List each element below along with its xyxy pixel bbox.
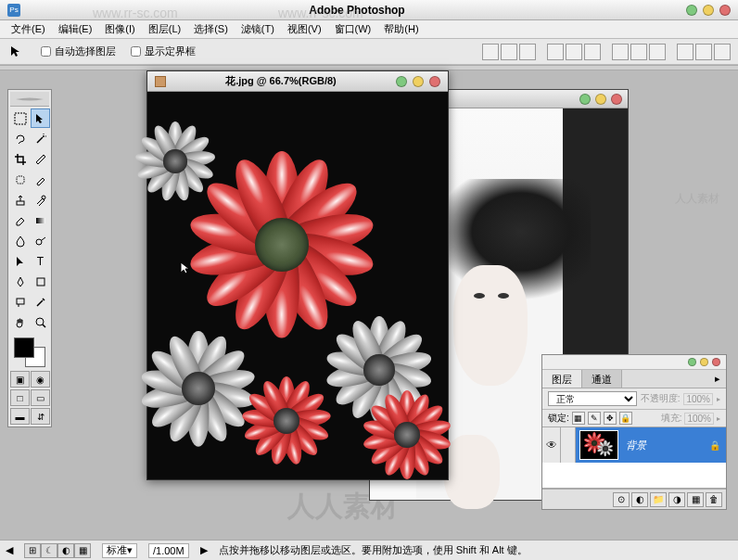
document-window-flower[interactable]: 花.jpg @ 66.7%(RGB/8): [146, 70, 449, 480]
new-layer-icon[interactable]: ▦: [687, 492, 704, 507]
notes-tool-icon[interactable]: [10, 292, 30, 312]
hand-tool-icon[interactable]: [10, 312, 30, 332]
zoom-tool-icon[interactable]: [31, 312, 50, 332]
doc-minimize-icon[interactable]: [396, 76, 407, 87]
delete-layer-icon[interactable]: 🗑: [706, 492, 722, 507]
slice-tool-icon[interactable]: [31, 149, 50, 169]
standard-mode-icon[interactable]: ▣: [10, 371, 30, 388]
clone-stamp-tool-icon[interactable]: [10, 190, 30, 210]
type-tool-icon[interactable]: T: [31, 251, 50, 271]
pen-tool-icon[interactable]: [10, 272, 30, 291]
distribute-vcenter-icon[interactable]: [630, 44, 647, 60]
sb-tab-icon[interactable]: ☾: [41, 543, 57, 558]
magic-wand-tool-icon[interactable]: [31, 129, 50, 148]
align-top-icon[interactable]: [482, 44, 499, 60]
quickmask-mode-icon[interactable]: ◉: [31, 371, 50, 388]
layer-name[interactable]: 背景: [622, 439, 709, 452]
opacity-arrow-icon[interactable]: ▸: [717, 395, 720, 403]
auto-select-checkbox-input[interactable]: [41, 46, 51, 57]
move-tool-icon[interactable]: [31, 108, 50, 128]
panel-menu-icon[interactable]: ▸: [709, 370, 726, 388]
show-bounds-checkbox[interactable]: 显示定界框: [131, 45, 196, 58]
sb-nav-icon[interactable]: ◀: [6, 544, 13, 556]
lock-position-icon[interactable]: ✥: [604, 412, 617, 425]
sb-play-icon[interactable]: ▶: [200, 544, 208, 556]
panel-close-icon[interactable]: [712, 358, 720, 366]
lasso-tool-icon[interactable]: [10, 129, 30, 148]
eraser-tool-icon[interactable]: [10, 210, 30, 230]
dodge-tool-icon[interactable]: [31, 231, 50, 250]
tab-channels[interactable]: 通道: [582, 370, 622, 388]
marquee-tool-icon[interactable]: [10, 108, 30, 128]
flower-doc-titlebar[interactable]: 花.jpg @ 66.7%(RGB/8): [147, 71, 448, 92]
fill-value[interactable]: 100%: [684, 413, 714, 425]
blend-mode-select[interactable]: 正常: [548, 391, 637, 406]
menu-image[interactable]: 图像(I): [99, 20, 140, 38]
sb-tab-icon[interactable]: ▦: [74, 543, 91, 558]
menu-filter[interactable]: 滤镜(T): [235, 20, 280, 38]
layer-mask-icon[interactable]: ◐: [631, 492, 648, 507]
lock-all-icon[interactable]: 🔒: [619, 412, 632, 425]
lock-pixels-icon[interactable]: ✎: [588, 412, 601, 425]
minimize-button[interactable]: [686, 5, 697, 16]
sb-tab-icon[interactable]: ⊞: [24, 543, 41, 558]
opacity-value[interactable]: 100%: [683, 393, 713, 405]
layer-thumbnail[interactable]: [579, 430, 618, 460]
blur-tool-icon[interactable]: [10, 231, 30, 250]
visibility-toggle-icon[interactable]: 👁: [542, 427, 561, 463]
panel-titlebar[interactable]: [542, 355, 726, 370]
layer-row[interactable]: 👁 背景 🔒: [542, 427, 726, 463]
gradient-tool-icon[interactable]: [31, 210, 50, 230]
close-button[interactable]: [719, 5, 731, 16]
distribute-left-icon[interactable]: [677, 44, 693, 60]
align-left-icon[interactable]: [547, 44, 564, 60]
menu-edit[interactable]: 编辑(E): [53, 20, 98, 38]
screen-full-icon[interactable]: ▬: [10, 408, 30, 425]
docsize-field[interactable]: /1.00M: [148, 543, 189, 558]
distribute-hcenter-icon[interactable]: [695, 44, 712, 60]
menu-layer[interactable]: 图层(L): [143, 20, 186, 38]
distribute-bottom-icon[interactable]: [649, 44, 666, 60]
adjustment-layer-icon[interactable]: ◑: [668, 492, 685, 507]
doc-maximize-icon[interactable]: [413, 76, 424, 87]
sb-tab-icon[interactable]: ◐: [57, 543, 74, 558]
path-select-tool-icon[interactable]: [10, 251, 30, 271]
doc-close-icon[interactable]: [429, 76, 440, 87]
fill-arrow-icon[interactable]: ▸: [717, 414, 720, 423]
new-set-icon[interactable]: 📁: [650, 492, 667, 507]
crop-tool-icon[interactable]: [10, 149, 30, 169]
panel-max-icon[interactable]: [700, 358, 708, 366]
panel-min-icon[interactable]: [688, 358, 696, 366]
menu-window[interactable]: 窗口(W): [329, 20, 377, 38]
zoom-field[interactable]: 标准 ▾: [102, 543, 137, 558]
layer-style-icon[interactable]: ⊙: [613, 492, 630, 507]
healing-brush-tool-icon[interactable]: [10, 170, 30, 189]
auto-select-layer-checkbox[interactable]: 自动选择图层: [41, 45, 116, 58]
menu-select[interactable]: 选择(S): [188, 20, 234, 38]
foreground-color-swatch[interactable]: [14, 337, 34, 358]
doc-minimize-icon[interactable]: [579, 94, 591, 105]
tab-layers[interactable]: 图层: [542, 370, 582, 388]
align-vcenter-icon[interactable]: [501, 44, 517, 60]
lock-transparent-icon[interactable]: ▦: [572, 412, 585, 425]
eyedropper-tool-icon[interactable]: [31, 292, 50, 312]
align-bottom-icon[interactable]: [519, 44, 536, 60]
distribute-right-icon[interactable]: [714, 44, 731, 60]
jump-to-icon[interactable]: ⇵: [31, 408, 50, 425]
distribute-top-icon[interactable]: [612, 44, 629, 60]
screen-standard-icon[interactable]: □: [10, 389, 30, 406]
menu-help[interactable]: 帮助(H): [378, 20, 424, 38]
screen-full-menu-icon[interactable]: ▭: [31, 389, 50, 406]
link-col[interactable]: [561, 427, 576, 463]
toolbox-grip[interactable]: [10, 92, 49, 107]
doc-maximize-icon[interactable]: [595, 94, 606, 105]
shape-tool-icon[interactable]: [31, 272, 50, 291]
flower-canvas[interactable]: [147, 92, 448, 479]
doc-close-icon[interactable]: [611, 94, 622, 105]
align-right-icon[interactable]: [584, 44, 601, 60]
brush-tool-icon[interactable]: [31, 170, 50, 189]
menu-file[interactable]: 文件(E): [6, 20, 51, 38]
show-bounds-checkbox-input[interactable]: [131, 46, 141, 57]
align-hcenter-icon[interactable]: [566, 44, 582, 60]
history-brush-tool-icon[interactable]: [31, 190, 50, 210]
